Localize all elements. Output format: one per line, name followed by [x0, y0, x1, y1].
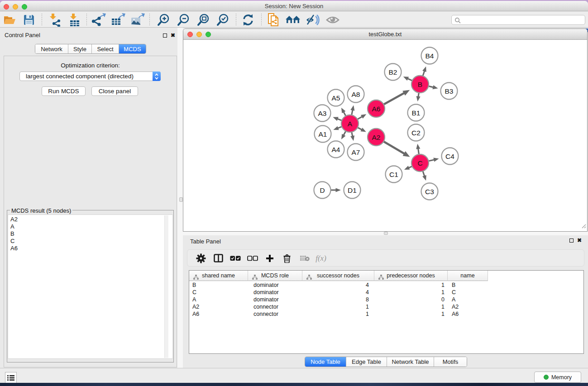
- import-table-icon[interactable]: [67, 13, 82, 27]
- table-cell[interactable]: C: [189, 289, 248, 296]
- export-image-icon[interactable]: [130, 13, 145, 27]
- mcds-result-item[interactable]: A2: [8, 216, 172, 223]
- column-header-MCDS-role[interactable]: MCDS role: [248, 271, 302, 281]
- import-network-icon[interactable]: [47, 13, 62, 27]
- save-session-icon[interactable]: [21, 13, 37, 27]
- open-session-icon[interactable]: [2, 13, 17, 27]
- table-cell[interactable]: A: [448, 296, 488, 303]
- delete-table-icon[interactable]: [297, 251, 312, 265]
- table-cell[interactable]: B: [189, 281, 248, 289]
- column-header-successor-nodes[interactable]: successor nodes: [302, 271, 374, 281]
- tab-node-table[interactable]: Node Table: [305, 357, 346, 367]
- table-cell[interactable]: A6: [189, 310, 248, 318]
- table-cell[interactable]: 4: [302, 289, 374, 296]
- table-cell[interactable]: 1: [302, 310, 374, 318]
- show-all-icon[interactable]: [325, 13, 340, 27]
- edge-arrow-icon: [402, 90, 410, 96]
- column-header-predecessor-nodes[interactable]: predecessor nodes: [374, 271, 448, 281]
- control-panel-title: Control Panel: [5, 32, 40, 38]
- zoom-fit-icon[interactable]: [196, 13, 211, 27]
- tab-motifs[interactable]: Motifs: [434, 357, 467, 367]
- show-column-icon[interactable]: [210, 251, 226, 265]
- tab-style[interactable]: Style: [68, 44, 92, 53]
- zoom-in-icon[interactable]: [156, 13, 171, 27]
- table-cell[interactable]: 4: [302, 281, 374, 289]
- window-titlebar: Session: New Session: [0, 1, 588, 11]
- close-panel-button[interactable]: Close panel: [91, 86, 138, 96]
- export-table-icon[interactable]: [110, 13, 126, 27]
- search-box: [451, 15, 585, 25]
- graph-node-label-B3: B3: [445, 87, 454, 95]
- select-all-icon[interactable]: [228, 251, 243, 265]
- edge-arrow-icon: [350, 135, 354, 141]
- resize-grip-icon[interactable]: [580, 222, 586, 230]
- mcds-result-item[interactable]: B: [8, 230, 172, 238]
- float-panel-icon[interactable]: [163, 33, 167, 38]
- table-cell[interactable]: A2: [189, 303, 248, 310]
- application-window: Session: New Session: [0, 1, 588, 383]
- mcds-result-item[interactable]: A: [8, 223, 172, 230]
- split-divider-knob-horizontal[interactable]: [384, 232, 388, 235]
- table-cell[interactable]: 1: [302, 303, 374, 310]
- mcds-result-item[interactable]: C: [8, 238, 172, 245]
- table-cell[interactable]: A6: [448, 310, 488, 318]
- first-neighbors-icon[interactable]: [285, 13, 301, 27]
- delete-column-icon[interactable]: [279, 251, 295, 265]
- float-table-panel-icon[interactable]: [569, 238, 574, 243]
- edge-arrow-icon: [433, 158, 439, 162]
- zoom-out-icon[interactable]: [176, 13, 191, 27]
- clone-network-icon[interactable]: [266, 13, 281, 27]
- mcds-result-item[interactable]: A6: [8, 245, 172, 252]
- network-window-title: testGlobe.txt: [183, 31, 587, 38]
- hide-selected-icon[interactable]: [305, 13, 320, 27]
- table-cell[interactable]: A: [189, 296, 248, 303]
- task-history-button[interactable]: [5, 372, 17, 383]
- tab-edge-table[interactable]: Edge Table: [346, 357, 387, 367]
- tab-mcds[interactable]: MCDS: [119, 44, 146, 53]
- table-cell[interactable]: dominator: [248, 296, 302, 303]
- tab-network[interactable]: Network: [35, 44, 68, 53]
- column-header-shared-name[interactable]: shared name: [189, 271, 248, 281]
- add-column-icon[interactable]: [262, 251, 277, 265]
- table-cell[interactable]: 0: [374, 296, 448, 303]
- table-cell[interactable]: dominator: [248, 289, 302, 296]
- edge-arrow-icon: [333, 126, 339, 130]
- refresh-network-icon[interactable]: [240, 13, 256, 27]
- toolbar-separator: [42, 14, 42, 25]
- graph-node-label-C1: C1: [389, 171, 398, 178]
- table-cell[interactable]: A2: [448, 303, 488, 310]
- table-options-icon[interactable]: [193, 251, 209, 265]
- split-divider-knob-vertical[interactable]: [179, 197, 183, 202]
- table-cell[interactable]: C: [448, 289, 488, 296]
- table-cell[interactable]: dominator: [248, 281, 302, 289]
- criterion-dropdown[interactable]: largest connected component (directed): [19, 71, 161, 81]
- tab-network-table[interactable]: Network Table: [387, 357, 434, 367]
- memory-button[interactable]: Memory: [534, 372, 581, 383]
- graph-node-label-A2: A2: [372, 133, 381, 141]
- graph-node-label-A8: A8: [352, 91, 360, 98]
- column-header-name[interactable]: name: [448, 271, 488, 281]
- edge-arrow-icon: [333, 117, 338, 121]
- search-icon: [454, 17, 461, 25]
- close-table-panel-icon[interactable]: ✖: [577, 238, 582, 243]
- search-input[interactable]: [463, 16, 582, 24]
- export-network-icon[interactable]: [91, 13, 106, 27]
- unselect-all-icon[interactable]: [245, 251, 260, 265]
- tab-select[interactable]: Select: [92, 44, 119, 53]
- table-cell[interactable]: 1: [374, 289, 448, 296]
- table-panel-title: Table Panel: [190, 238, 221, 245]
- zoom-selected-icon[interactable]: [215, 13, 230, 27]
- table-cell[interactable]: 1: [374, 303, 448, 310]
- table-cell[interactable]: 1: [374, 310, 448, 318]
- list-scrollbar[interactable]: [164, 215, 168, 358]
- table-cell[interactable]: connector: [248, 310, 302, 318]
- function-builder-icon[interactable]: f(x): [313, 251, 329, 265]
- fx-label: f(x): [316, 254, 326, 263]
- network-canvas[interactable]: AA1A2A3A4A5A6A7A8BB1B2B3B4CC1C2C3C4DD1: [183, 40, 587, 232]
- table-cell[interactable]: 1: [374, 281, 448, 289]
- table-cell[interactable]: B: [448, 281, 488, 289]
- run-mcds-button[interactable]: Run MCDS: [42, 86, 86, 96]
- close-panel-icon[interactable]: ✖: [171, 33, 175, 38]
- table-cell[interactable]: 8: [302, 296, 374, 303]
- table-cell[interactable]: connector: [248, 303, 302, 310]
